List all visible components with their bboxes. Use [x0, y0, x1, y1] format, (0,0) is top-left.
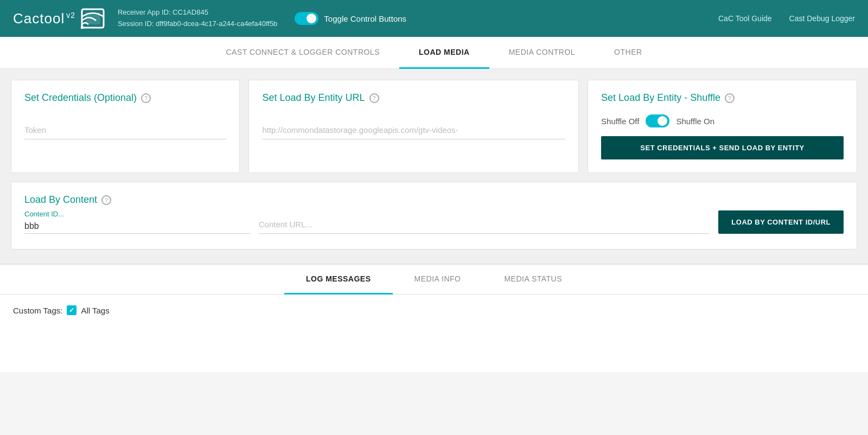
credentials-card-title: Set Credentials (Optional) ? [24, 92, 226, 104]
app-version: v2 [66, 11, 75, 20]
main-content: Set Credentials (Optional) ? Set Load By… [0, 69, 868, 264]
entity-url-help-icon[interactable]: ? [369, 93, 379, 103]
load-content-card: Load By Content ? Content ID... LOAD BY … [11, 182, 857, 250]
load-content-title-text: Load By Content [24, 194, 97, 206]
toggle-slider [295, 12, 318, 25]
toggle-label: Toggle Control Buttons [324, 14, 406, 23]
bottom-nav: LOG MESSAGES MEDIA INFO MEDIA STATUS [0, 265, 868, 295]
content-id-input[interactable] [24, 219, 250, 234]
tab-media-info[interactable]: MEDIA INFO [393, 265, 483, 295]
shuffle-on-label: Shuffle On [676, 117, 714, 126]
shuffle-row: Shuffle Off Shuffle On [601, 114, 844, 127]
logo: Cactoolv2 [13, 8, 105, 29]
tab-load-media[interactable]: LOAD MEDIA [399, 37, 489, 69]
load-content-card-title: Load By Content ? [24, 194, 844, 206]
tab-other[interactable]: OTHER [595, 37, 662, 69]
entity-url-title-text: Set Load By Entity URL [262, 92, 365, 104]
shuffle-off-label: Shuffle Off [601, 117, 639, 126]
entity-url-card: Set Load By Entity URL ? [248, 80, 579, 173]
entity-url-input[interactable] [262, 121, 565, 139]
entity-shuffle-card-title: Set Load By Entity - Shuffle ? [601, 92, 844, 104]
cast-debug-logger-link[interactable]: Cast Debug Logger [789, 14, 855, 23]
session-info: Receiver App ID: CC1AD845 Session ID: df… [118, 7, 277, 30]
svg-point-2 [81, 26, 84, 29]
app-name-text: Cactool [13, 10, 65, 27]
shuffle-slider [646, 114, 669, 127]
app-name: Cactoolv2 [13, 10, 75, 27]
receiver-app-id: Receiver App ID: CC1AD845 [118, 7, 277, 18]
all-tags-label: All Tags [81, 306, 109, 315]
cac-tool-guide-link[interactable]: CaC Tool Guide [718, 14, 772, 23]
entity-shuffle-help-icon[interactable]: ? [725, 93, 735, 103]
entity-shuffle-card: Set Load By Entity - Shuffle ? Shuffle O… [588, 80, 857, 173]
tab-media-status[interactable]: MEDIA STATUS [482, 265, 584, 295]
app-header: Cactoolv2 Receiver App ID: CC1AD845 Sess… [0, 0, 868, 37]
main-nav: CAST CONNECT & LOGGER CONTROLS LOAD MEDI… [0, 37, 868, 69]
tab-media-control[interactable]: MEDIA CONTROL [489, 37, 595, 69]
tab-log-messages[interactable]: LOG MESSAGES [284, 265, 393, 295]
token-input[interactable] [24, 121, 226, 139]
load-content-inputs: Content ID... LOAD BY CONTENT ID/URL [24, 210, 844, 234]
tab-cast-connect[interactable]: CAST CONNECT & LOGGER CONTROLS [206, 37, 399, 69]
entity-url-card-title: Set Load By Entity URL ? [262, 92, 565, 104]
session-id: Session ID: dff9fab0-dcea-4c17-a244-ca4e… [118, 18, 277, 30]
toggle-switch[interactable] [295, 12, 318, 25]
content-id-group: Content ID... [24, 210, 250, 234]
content-url-group [259, 215, 710, 234]
cast-icon [81, 8, 105, 29]
shuffle-toggle[interactable] [646, 114, 669, 127]
bottom-content: Custom Tags: All Tags [0, 295, 868, 326]
bottom-section: LOG MESSAGES MEDIA INFO MEDIA STATUS Cus… [0, 264, 868, 372]
credentials-card: Set Credentials (Optional) ? [11, 80, 240, 173]
credentials-help-icon[interactable]: ? [141, 93, 151, 103]
set-credentials-send-load-button[interactable]: SET CREDENTIALS + SEND LOAD BY ENTITY [601, 136, 844, 159]
custom-tags-label: Custom Tags: [13, 306, 62, 315]
custom-tags-row: Custom Tags: All Tags [13, 305, 855, 315]
credentials-title-text: Set Credentials (Optional) [24, 92, 137, 104]
content-id-label: Content ID... [24, 210, 250, 218]
content-url-input[interactable] [259, 215, 710, 234]
entity-shuffle-title-text: Set Load By Entity - Shuffle [601, 92, 720, 104]
toggle-control[interactable]: Toggle Control Buttons [295, 12, 406, 25]
load-content-help-icon[interactable]: ? [101, 195, 111, 205]
load-by-content-button[interactable]: LOAD BY CONTENT ID/URL [718, 210, 844, 234]
cards-row: Set Credentials (Optional) ? Set Load By… [11, 80, 857, 173]
header-links: CaC Tool Guide Cast Debug Logger [718, 14, 855, 23]
all-tags-checkbox[interactable] [67, 305, 76, 315]
